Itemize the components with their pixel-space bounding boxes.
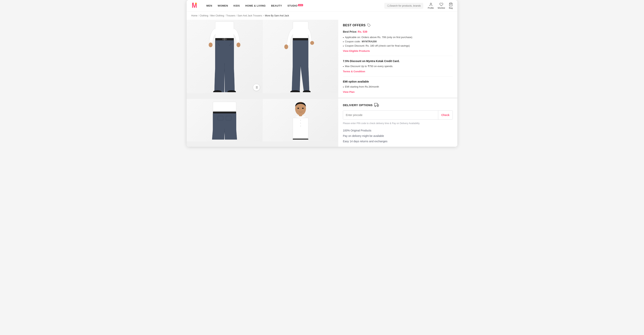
breadcrumb-sep-5: > xyxy=(263,14,264,17)
search-icon xyxy=(387,4,390,7)
best-offers-title: BEST OFFERS xyxy=(343,23,453,27)
breadcrumb-home[interactable]: Home xyxy=(191,14,198,17)
svg-point-17 xyxy=(284,44,288,49)
header: M MEN WOMEN KIDS HOME & LIVING BEAUTY ST… xyxy=(186,0,458,11)
breadcrumb-sep-4: / xyxy=(236,14,237,17)
delivery-feature-1: 100% Original Products xyxy=(343,129,453,132)
header-icons: Profile Wishlist Bag xyxy=(428,2,453,9)
delivery-options-panel: DELIVERY OPTIONS Check Please enter PIN … xyxy=(338,99,458,147)
svg-rect-22 xyxy=(213,111,236,113)
best-offers-panel: BEST OFFERS Best Price: Rs. 539 Applicab… xyxy=(338,20,458,99)
breadcrumb: Home / Clothing / Men Clothing / Trouser… xyxy=(186,11,458,20)
nav-item-kids[interactable]: KIDS xyxy=(234,4,240,7)
svg-point-30 xyxy=(300,120,301,121)
svg-rect-6 xyxy=(215,22,234,39)
tag-icon xyxy=(367,23,371,27)
svg-point-38 xyxy=(377,106,378,107)
breadcrumb-sep-3: / xyxy=(225,14,225,17)
svg-point-1 xyxy=(192,2,194,4)
kotak-offer-title: 7.5% Discount on Myntra Kotak Credit Car… xyxy=(343,59,453,63)
main-content: BEST OFFERS Best Price: Rs. 539 Applicab… xyxy=(186,20,458,147)
coupon-code: MYNTRA200 xyxy=(362,40,377,43)
svg-point-37 xyxy=(375,106,376,107)
product-image-3 xyxy=(186,99,262,141)
delivery-truck-icon xyxy=(374,103,379,107)
svg-rect-29 xyxy=(293,118,308,140)
nav-item-women[interactable]: WOMEN xyxy=(218,4,228,7)
svg-point-18 xyxy=(310,41,314,45)
compare-icon-1 xyxy=(255,86,258,89)
svg-rect-9 xyxy=(224,38,225,40)
svg-rect-15 xyxy=(293,22,308,39)
breadcrumb-product[interactable]: Sam And Jack Trousers xyxy=(238,14,262,17)
terms-condition-link[interactable]: Terms & Condition xyxy=(343,70,453,73)
wishlist-label: Wishlist xyxy=(438,7,445,9)
profile-icon xyxy=(429,2,433,6)
emi-offer-title: EMI option available xyxy=(343,80,453,83)
offer-bullet-1: Applicable on: Orders above Rs. 799 (onl… xyxy=(343,35,453,39)
product-image-front xyxy=(186,20,262,93)
emi-bullet-1: EMI starting from Rs.34/month xyxy=(343,85,453,89)
svg-marker-36 xyxy=(377,104,379,106)
svg-rect-21 xyxy=(213,102,236,112)
svg-point-26 xyxy=(298,108,299,109)
svg-point-2 xyxy=(195,2,197,4)
product-image-back xyxy=(186,99,262,141)
breadcrumb-men-clothing[interactable]: Men Clothing xyxy=(210,14,224,17)
svg-point-27 xyxy=(302,108,304,109)
nav-item-beauty[interactable]: BEAUTY xyxy=(271,4,282,7)
bag-label: Bag xyxy=(449,7,453,9)
logo[interactable]: M xyxy=(191,2,198,9)
main-nav: MEN WOMEN KIDS HOME & LIVING BEAUTY STUD… xyxy=(206,4,384,7)
bag-button[interactable]: Bag xyxy=(449,2,453,9)
svg-rect-33 xyxy=(293,139,308,140)
trouser-figure-side xyxy=(281,21,320,92)
product-image-model xyxy=(263,99,338,141)
view-eligible-link[interactable]: View Eligible Products xyxy=(343,49,453,52)
delivery-title: DELIVERY OPTIONS xyxy=(343,103,453,107)
check-pincode-button[interactable]: Check xyxy=(438,111,452,119)
pincode-input[interactable] xyxy=(343,111,438,119)
product-image-4 xyxy=(263,99,338,141)
studio-new-badge: NEW xyxy=(298,4,303,6)
offer-bullets-list: Applicable on: Orders above Rs. 799 (onl… xyxy=(343,35,453,48)
nav-item-men[interactable]: MEN xyxy=(206,4,212,7)
best-price-value: Rs. 539 xyxy=(358,30,367,33)
offer-bullet-3: Coupon Discount: Rs. 180 off (check cart… xyxy=(343,44,453,48)
svg-point-32 xyxy=(300,126,301,126)
compare-button-1[interactable] xyxy=(253,84,260,91)
emi-offer-section: EMI option available EMI starting from R… xyxy=(343,76,453,93)
wishlist-button[interactable]: Wishlist xyxy=(438,2,445,9)
wishlist-icon xyxy=(440,2,443,6)
delivery-feature-2: Pay on delivery might be available xyxy=(343,134,453,137)
search-bar[interactable] xyxy=(384,3,423,9)
pincode-row: Check xyxy=(343,110,453,120)
svg-point-10 xyxy=(209,42,212,47)
breadcrumb-sep-2: / xyxy=(209,14,210,17)
breadcrumb-clothing[interactable]: Clothing xyxy=(200,14,208,17)
breadcrumb-sep-1: / xyxy=(198,14,199,17)
kotak-bullet-1: Max Discount Up to ₹750 on every spends. xyxy=(343,64,453,68)
profile-label: Profile xyxy=(428,7,434,9)
product-image-2 xyxy=(263,20,338,93)
view-plan-link[interactable]: View Plan xyxy=(343,90,453,93)
nav-item-home-living[interactable]: HOME & LIVING xyxy=(245,4,266,7)
svg-point-31 xyxy=(300,123,301,123)
breadcrumb-trousers[interactable]: Trousers xyxy=(226,14,235,17)
search-input[interactable] xyxy=(390,4,421,7)
pincode-hint: Please enter PIN code to check delivery … xyxy=(343,122,453,125)
nav-item-studio[interactable]: STUDIONEW xyxy=(288,4,303,7)
breadcrumb-current: More By Sam And Jack xyxy=(265,14,289,17)
svg-rect-35 xyxy=(374,103,377,106)
profile-button[interactable]: Profile xyxy=(428,2,434,9)
page-wrapper: M MEN WOMEN KIDS HOME & LIVING BEAUTY ST… xyxy=(186,0,458,147)
kotak-offer-section: 7.5% Discount on Myntra Kotak Credit Car… xyxy=(343,56,453,73)
best-price-row: Best Price: Rs. 539 xyxy=(343,30,453,33)
product-image-side xyxy=(263,20,338,93)
kotak-bullets: Max Discount Up to ₹750 on every spends. xyxy=(343,64,453,68)
right-panel: BEST OFFERS Best Price: Rs. 539 Applicab… xyxy=(338,20,458,147)
trouser-figure-front xyxy=(205,21,244,92)
delivery-features: 100% Original Products Pay on delivery m… xyxy=(343,129,453,143)
offer-bullet-2: Coupon code: MYNTRA200 xyxy=(343,39,453,44)
trouser-figure-model xyxy=(283,101,318,140)
